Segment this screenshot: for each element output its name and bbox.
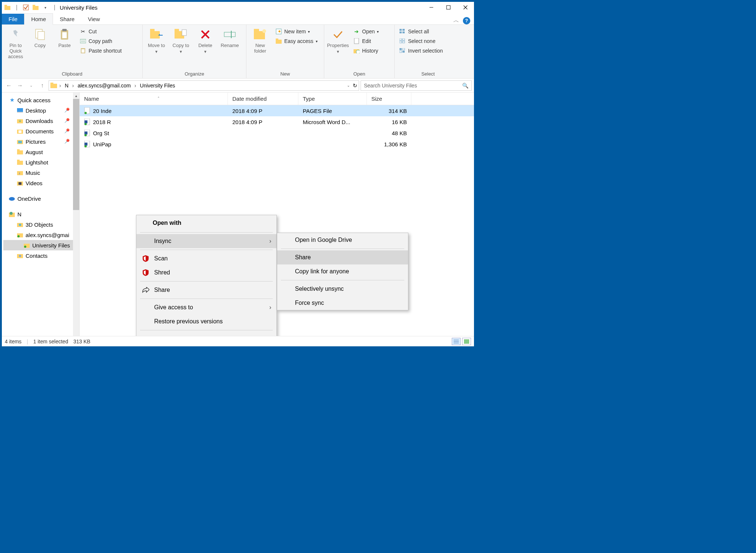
- col-name[interactable]: Name˄: [80, 93, 228, 105]
- tree-documents[interactable]: Documents📍: [3, 126, 79, 136]
- tree-n[interactable]: N: [3, 209, 79, 219]
- rename-button[interactable]: Rename: [218, 26, 241, 50]
- minimize-button[interactable]: [423, 2, 440, 13]
- sub-copy-link[interactable]: Copy link for anyone: [277, 264, 408, 279]
- tree-videos[interactable]: Videos: [3, 178, 79, 188]
- help-icon[interactable]: ?: [463, 17, 470, 24]
- refresh-icon[interactable]: ↻: [353, 83, 357, 89]
- copy-path-button[interactable]: Copy path: [77, 37, 124, 46]
- svg-rect-45: [399, 48, 402, 50]
- ctx-give-access[interactable]: Give access to›: [136, 300, 276, 314]
- tree-august[interactable]: August: [3, 147, 79, 157]
- tree-contacts[interactable]: Contacts: [3, 250, 79, 261]
- collapse-ribbon-icon[interactable]: ︿: [453, 17, 459, 24]
- delete-button[interactable]: Delete▼: [194, 26, 217, 55]
- col-type[interactable]: Type: [298, 93, 367, 105]
- sub-open-gdrive[interactable]: Open in Google Drive: [277, 233, 408, 247]
- ctx-insync[interactable]: Insync›: [136, 234, 276, 248]
- tree-downloads[interactable]: Downloads📍: [3, 116, 79, 126]
- tree-lightshot[interactable]: Lightshot: [3, 157, 79, 167]
- new-item-button[interactable]: ✦New item ▾: [273, 27, 320, 36]
- sub-force-sync[interactable]: Force sync: [277, 296, 408, 310]
- open-button[interactable]: ➔Open ▾: [351, 27, 381, 36]
- ctx-open-with[interactable]: Open with: [136, 215, 276, 231]
- tree-quick-access[interactable]: ★Quick access: [3, 95, 79, 105]
- file-size: 16 KB: [367, 119, 411, 125]
- folder-icon: [17, 159, 23, 166]
- search-icon: 🔍: [462, 83, 468, 89]
- videos-icon: [17, 180, 23, 186]
- search-placeholder: Search University Files: [364, 83, 417, 89]
- easy-access-button[interactable]: Easy access ▾: [273, 37, 320, 46]
- paste-shortcut-button[interactable]: Paste shortcut: [77, 46, 124, 55]
- scroll-thumb[interactable]: [73, 99, 79, 210]
- up-button[interactable]: ↑: [37, 81, 47, 90]
- folder-icon[interactable]: [32, 4, 39, 11]
- svg-rect-0: [4, 6, 10, 10]
- file-name: 2018 R: [93, 119, 111, 125]
- recent-dropdown[interactable]: ⌄: [26, 81, 36, 90]
- copy-button[interactable]: Copy: [29, 26, 52, 50]
- select-none-button[interactable]: Select none: [397, 37, 445, 46]
- nav-tree[interactable]: ★Quick access Desktop📍 Downloads📍 Docume…: [2, 93, 80, 336]
- tab-view[interactable]: View: [81, 14, 106, 24]
- tree-music[interactable]: ♪Music: [3, 167, 79, 178]
- ctx-shred[interactable]: Shred: [136, 266, 276, 280]
- tree-alex-syncs[interactable]: alex.syncs@gmai: [3, 230, 79, 240]
- breadcrumb-item[interactable]: N: [63, 83, 70, 89]
- cut-button[interactable]: ✂Cut: [77, 27, 124, 36]
- svg-rect-46: [402, 48, 405, 50]
- edit-button[interactable]: Edit: [351, 37, 381, 46]
- new-folder-button[interactable]: New folder: [249, 26, 272, 55]
- tree-onedrive[interactable]: OneDrive: [3, 193, 79, 204]
- tree-pictures[interactable]: Pictures📍: [3, 136, 79, 147]
- ctx-send-to[interactable]: Send to›: [136, 332, 276, 336]
- scroll-up-icon[interactable]: ▴: [73, 93, 79, 99]
- svg-rect-25: [224, 32, 235, 37]
- tree-3d-objects[interactable]: 3D Objects: [3, 219, 79, 230]
- sub-unsync[interactable]: Selectively unsync: [277, 282, 408, 296]
- ctx-share[interactable]: Share: [136, 283, 276, 297]
- file-row[interactable]: UniPap 1,306 KB: [80, 139, 474, 150]
- folder-icon: [17, 221, 23, 228]
- details-view-button[interactable]: [452, 338, 461, 345]
- search-input[interactable]: Search University Files 🔍: [361, 80, 472, 91]
- properties-button[interactable]: Properties▼: [326, 26, 349, 55]
- word-file-icon: [84, 141, 90, 147]
- invert-selection-button[interactable]: Invert selection: [397, 46, 445, 55]
- dropdown-icon[interactable]: ▾: [42, 4, 49, 11]
- tab-file[interactable]: File: [2, 14, 24, 24]
- maximize-button[interactable]: [440, 2, 457, 13]
- breadcrumb-item[interactable]: University Files: [139, 83, 177, 89]
- forward-button[interactable]: →: [15, 81, 25, 90]
- move-to-button[interactable]: Move to▼: [145, 26, 168, 55]
- close-button[interactable]: [457, 2, 474, 13]
- copy-to-icon: [174, 28, 188, 41]
- sub-share[interactable]: Share: [277, 250, 408, 264]
- address-dropdown-icon[interactable]: ⌄: [347, 83, 350, 87]
- col-date[interactable]: Date modified: [228, 93, 298, 105]
- checkbox-icon[interactable]: [23, 4, 29, 11]
- tree-desktop[interactable]: Desktop📍: [3, 105, 79, 116]
- breadcrumb-item[interactable]: alex.syncs@gmail.com: [76, 83, 132, 89]
- history-button[interactable]: History: [351, 46, 381, 55]
- address-bar[interactable]: N alex.syncs@gmail.com University Files …: [49, 80, 359, 91]
- col-size[interactable]: Size: [367, 93, 411, 105]
- ctx-scan[interactable]: Scan: [136, 251, 276, 266]
- copy-to-button[interactable]: Copy to▼: [169, 26, 192, 55]
- tree-university-files[interactable]: University Files: [3, 240, 79, 250]
- back-button[interactable]: ←: [4, 81, 14, 90]
- svg-rect-50: [50, 83, 53, 84]
- file-row[interactable]: Org St 48 KB: [80, 127, 474, 139]
- file-row[interactable]: 20 Inde 2018 4:09 P PAGES File 314 KB: [80, 105, 474, 116]
- tab-share[interactable]: Share: [53, 14, 81, 24]
- pin-to-quick-access-button[interactable]: Pin to Quick access: [4, 26, 27, 61]
- ctx-restore[interactable]: Restore previous versions: [136, 314, 276, 329]
- content-area: ★Quick access Desktop📍 Downloads📍 Docume…: [2, 93, 474, 336]
- thumbnails-view-button[interactable]: [462, 338, 471, 345]
- select-all-button[interactable]: Select all: [397, 27, 445, 36]
- tab-home[interactable]: Home: [24, 13, 53, 25]
- tree-scrollbar[interactable]: ▴: [73, 93, 79, 336]
- file-row[interactable]: 2018 R 2018 4:09 P Microsoft Word D... 1…: [80, 116, 474, 127]
- paste-button[interactable]: Paste: [53, 26, 76, 50]
